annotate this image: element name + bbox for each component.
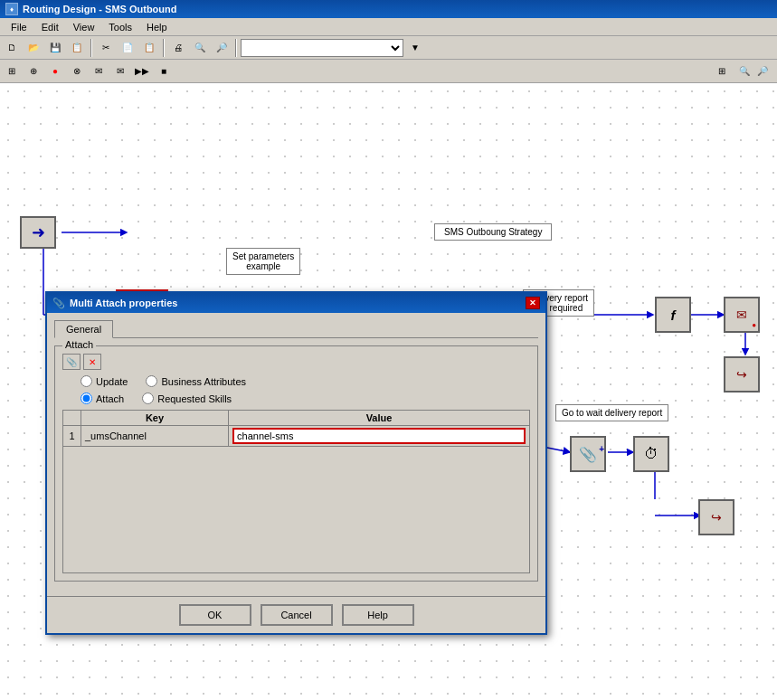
new-btn[interactable]: 🗋 <box>2 38 22 58</box>
menu-file[interactable]: File <box>4 20 34 34</box>
sep1 <box>90 39 92 57</box>
tb2-zoom-in[interactable]: ⊞ <box>712 61 732 81</box>
dropdown-arrow[interactable]: ▼ <box>405 38 425 58</box>
group-label: Attach <box>62 339 96 350</box>
delete-btn[interactable]: ✕ <box>83 354 101 370</box>
cancel-button[interactable]: Cancel <box>261 604 333 626</box>
radio-requested-skills[interactable]: Requested Skills <box>142 393 232 404</box>
save-btn[interactable]: 💾 <box>45 38 65 58</box>
dialog-buttons: OK Cancel Help <box>47 596 545 633</box>
copy-btn[interactable]: 📄 <box>118 38 137 58</box>
tb2-zoom-out[interactable]: 🔍 <box>734 61 754 81</box>
tab-general[interactable]: General <box>54 320 113 338</box>
print-btn[interactable]: 🖨 <box>168 38 188 58</box>
dialog-titlebar: 📎 Multi Attach properties ✕ <box>47 293 545 313</box>
toolbar-2: ⊞ ⊕ ● ⊗ ✉ ✉ ▶▶ ■ ⊞ 🔍 🔎 <box>0 60 777 83</box>
exit-node-2[interactable]: ↪ <box>698 499 734 535</box>
clock-node[interactable]: ⏱ <box>633 436 669 472</box>
sep3 <box>235 39 237 57</box>
dialog-icon: 📎 <box>52 298 65 309</box>
entry-node[interactable]: ➜ <box>20 216 56 249</box>
value-input[interactable] <box>232 428 526 444</box>
tb2-btn1[interactable]: ⊞ <box>2 61 22 81</box>
key-cell: _umsChannel <box>81 426 229 447</box>
tb2-btn2[interactable]: ⊕ <box>24 61 43 81</box>
menu-bar: File Edit View Tools Help <box>0 18 777 36</box>
tb2-btn5[interactable]: ✉ <box>89 61 109 81</box>
cut-btn[interactable]: ✂ <box>96 38 116 58</box>
func-node[interactable]: f <box>655 297 691 333</box>
app-icon: ♦ <box>5 3 18 15</box>
menu-view[interactable]: View <box>66 20 102 34</box>
radio-row-2: Attach Requested Skills <box>62 393 530 404</box>
col-num-header <box>63 411 81 426</box>
email-node[interactable]: ✉ ● <box>724 297 760 333</box>
radio-update[interactable]: Update <box>81 375 128 387</box>
value-cell[interactable] <box>229 426 530 447</box>
tb2-btn3[interactable]: ● <box>45 61 65 81</box>
sep2 <box>163 39 165 57</box>
radio-row-1: Update Business Attributes <box>62 375 530 387</box>
dialog-close-button[interactable]: ✕ <box>526 297 540 309</box>
strategy-label: SMS Outboung Strategy <box>434 223 552 241</box>
set-params-label: Set parametersexample <box>226 248 300 275</box>
app-title: Routing Design - SMS Outbound <box>23 4 176 14</box>
menu-help[interactable]: Help <box>139 20 175 34</box>
wait-delivery-label: Go to wait delivery report <box>555 404 668 421</box>
tab-bar: General <box>54 320 538 338</box>
kv-table: Key Value 1 _umsChannel <box>62 410 530 573</box>
find-btn[interactable]: 🔍 <box>190 38 210 58</box>
exit-node-1[interactable]: ↪ <box>724 356 760 393</box>
tb2-btn4[interactable]: ⊗ <box>67 61 87 81</box>
empty-table-rows <box>63 447 530 573</box>
help-button[interactable]: Help <box>342 604 414 626</box>
col-key-header: Key <box>81 411 229 426</box>
radio-attach[interactable]: Attach <box>81 393 124 404</box>
attach-group: Attach 📎 ✕ Update Business Attributes <box>54 345 538 582</box>
title-bar: ♦ Routing Design - SMS Outbound <box>0 0 777 18</box>
dialog-title: Multi Attach properties <box>70 298 177 308</box>
menu-edit[interactable]: Edit <box>34 20 66 34</box>
search-btn[interactable]: 🔎 <box>212 38 232 58</box>
ok-button[interactable]: OK <box>179 604 251 626</box>
open-btn[interactable]: 📂 <box>24 38 43 58</box>
toolbar-1: 🗋 📂 💾 📋 ✂ 📄 📋 🖨 🔍 🔎 ▼ <box>0 36 777 60</box>
tb2-btn8[interactable]: ■ <box>154 61 174 81</box>
dialog-multi-attach: 📎 Multi Attach properties ✕ General Atta… <box>45 291 547 635</box>
table-row: 1 _umsChannel <box>63 426 530 447</box>
radio-business-attrs[interactable]: Business Attributes <box>146 375 246 387</box>
row-number: 1 <box>63 426 81 447</box>
attach-toolbar: 📎 ✕ <box>62 354 530 370</box>
strategy-dropdown[interactable] <box>241 39 403 57</box>
tb2-btn7[interactable]: ▶▶ <box>132 61 152 81</box>
paste-btn[interactable]: 📋 <box>139 38 159 58</box>
tb2-zoom-fit[interactable]: 🔎 <box>753 61 772 81</box>
dialog-body: General Attach 📎 ✕ Update Business Attri… <box>47 313 545 596</box>
tb2-btn6[interactable]: ✉ <box>110 61 130 81</box>
col-value-header: Value <box>229 411 530 426</box>
canvas: SMS Outboung Strategy ➜ 📎 + 📄 Set parame… <box>0 83 777 700</box>
props-btn[interactable]: 📋 <box>67 38 87 58</box>
attach-icon-btn[interactable]: 📎 <box>62 354 81 370</box>
menu-tools[interactable]: Tools <box>101 20 139 34</box>
attach-node-2[interactable]: 📎 + <box>570 436 606 472</box>
